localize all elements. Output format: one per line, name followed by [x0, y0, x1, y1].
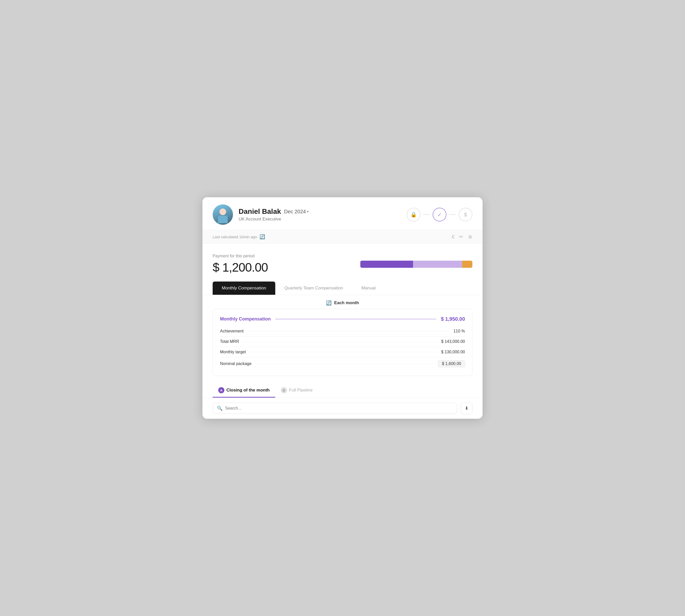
header-actions: 🔒 ✓ $: [407, 208, 472, 221]
payment-section: Payment for this period $ 1,200.00: [202, 244, 483, 282]
period-indicator: 🔄 Each month: [202, 295, 483, 309]
comp-row-achievement: Achievement 110 %: [220, 326, 465, 336]
comp-value-achievement: 110 %: [453, 329, 465, 333]
tab-quarterly-team-compensation[interactable]: Quarterly Team Compensation: [275, 282, 352, 295]
search-section: 🔍 ⬇: [202, 398, 483, 419]
tab-monthly-compensation[interactable]: Monthly Compensation: [213, 282, 275, 295]
status-check-icon[interactable]: ✓: [433, 208, 446, 221]
comp-label-nominal-package: Nominal package: [220, 361, 252, 366]
comp-value-nominal-package: $ 1,600.00: [438, 360, 465, 367]
sub-tab-label-closing: Closing of the month: [227, 388, 270, 393]
sub-tab-badge-a: A: [218, 387, 224, 393]
compensation-header: Monthly Compensation $ 1,950.00: [220, 316, 465, 322]
sub-tab-badge-b: B: [281, 387, 287, 393]
status-lock-icon[interactable]: 🔒: [407, 208, 421, 221]
compensation-box: Monthly Compensation $ 1,950.00 Achievem…: [213, 309, 472, 376]
comp-label-monthly-target: Monthly target: [220, 350, 246, 354]
comp-row-total-mrr: Total MRR $ 143,000.00: [220, 336, 465, 347]
comp-label-achievement: Achievement: [220, 329, 244, 333]
comp-row-monthly-target: Monthly target $ 130,000.00: [220, 347, 465, 357]
status-connector-2: [449, 214, 456, 215]
status-dollar-icon[interactable]: $: [458, 208, 472, 221]
edit-icon[interactable]: ✏: [459, 234, 464, 240]
user-role: UK Account Executive: [239, 217, 407, 222]
toolbar-left: Last calculated 10min ago 🔄: [213, 234, 452, 240]
sub-tab-label-pipeline: Full Pipeline: [289, 388, 313, 393]
tabs: Monthly Compensation Quarterly Team Comp…: [213, 282, 472, 295]
sub-tab-closing[interactable]: A Closing of the month: [213, 383, 275, 398]
download-button[interactable]: ⬇: [461, 402, 472, 414]
period-repeat-icon: 🔄: [326, 300, 331, 306]
comp-value-monthly-target: $ 130,000.00: [441, 350, 465, 354]
sub-tabs-section: A Closing of the month B Full Pipeline: [202, 383, 483, 398]
header-info: Daniel Balak Dec 2024 ▾ UK Account Execu…: [239, 207, 407, 222]
chevron-down-icon: ▾: [307, 210, 308, 214]
progress-segment-purple: [360, 261, 413, 268]
last-calculated-text: Last calculated 10min ago: [213, 235, 257, 239]
progress-bar: [360, 261, 472, 268]
comp-row-nominal-package: Nominal package $ 1,600.00: [220, 357, 465, 370]
compensation-line: [275, 319, 436, 320]
progress-segment-light: [413, 261, 463, 268]
tab-manual[interactable]: Manual: [352, 282, 385, 295]
toolbar: Last calculated 10min ago 🔄 € ✏ ⊕: [202, 230, 483, 244]
payment-label: Payment for this period: [213, 254, 268, 258]
refresh-icon[interactable]: 🔄: [259, 234, 265, 240]
period-label: Dec 2024: [284, 209, 306, 215]
search-bar: 🔍: [213, 403, 457, 414]
comp-value-total-mrr: $ 143,000.00: [441, 339, 465, 344]
currency-icon[interactable]: €: [452, 234, 454, 240]
comp-label-total-mrr: Total MRR: [220, 339, 239, 344]
compensation-total: $ 1,950.00: [441, 316, 465, 322]
search-input[interactable]: [225, 406, 453, 411]
avatar: [213, 204, 233, 225]
payment-info: Payment for this period $ 1,200.00: [213, 254, 268, 274]
compensation-title: Monthly Compensation: [220, 316, 271, 322]
header: Daniel Balak Dec 2024 ▾ UK Account Execu…: [202, 197, 483, 230]
period-label-text: Each month: [334, 300, 359, 305]
add-icon[interactable]: ⊕: [468, 234, 472, 240]
search-icon: 🔍: [217, 405, 222, 411]
progress-segment-orange: [462, 261, 472, 268]
sub-tab-pipeline[interactable]: B Full Pipeline: [275, 383, 318, 398]
payment-amount: $ 1,200.00: [213, 260, 268, 274]
tabs-section: Monthly Compensation Quarterly Team Comp…: [202, 282, 483, 295]
status-connector-1: [423, 214, 430, 215]
header-name: Daniel Balak Dec 2024 ▾: [239, 207, 407, 216]
toolbar-right: € ✏ ⊕: [452, 234, 472, 240]
period-selector[interactable]: Dec 2024 ▾: [284, 209, 309, 215]
user-name: Daniel Balak: [239, 207, 281, 216]
main-card: Daniel Balak Dec 2024 ▾ UK Account Execu…: [202, 197, 483, 419]
